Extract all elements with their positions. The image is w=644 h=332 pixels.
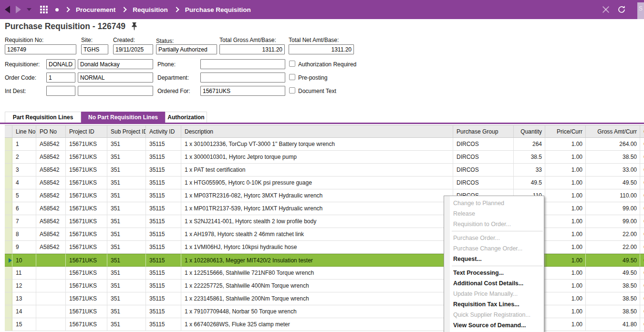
cell-gross_amt_curr[interactable]: 22.00 bbox=[586, 228, 640, 241]
cell-description[interactable]: 1 x PAT test certification bbox=[181, 164, 453, 176]
table-row[interactable]: 5A5854215671UKS351351151 x MP03TR2316-08… bbox=[5, 189, 644, 202]
cell-po_no[interactable]: A58542 bbox=[36, 215, 66, 228]
table-row[interactable]: 1515671UKS351351151 x 66740268WS, Fluke … bbox=[5, 318, 644, 331]
table-row[interactable]: 1415671UKS351351151 x 79107709448, Norba… bbox=[5, 305, 644, 318]
cell-line_no[interactable]: 8 bbox=[12, 228, 36, 241]
cell-gross_amt_curr[interactable]: 38.50 bbox=[586, 305, 640, 318]
cell-project_id[interactable]: 15671UKS bbox=[66, 138, 107, 151]
cell-curr[interactable]: GBP bbox=[640, 215, 644, 228]
cell-gross_amt_curr[interactable]: 41.80 bbox=[586, 318, 640, 331]
cell-activity_id[interactable]: 35115 bbox=[146, 305, 181, 318]
back-icon[interactable] bbox=[5, 6, 10, 13]
cell-price_curr[interactable]: 1.00 bbox=[545, 280, 586, 292]
table-row[interactable]: 1215671UKS351351151 x 222257725, Stahlwi… bbox=[5, 280, 644, 292]
cell-line_no[interactable]: 4 bbox=[12, 176, 36, 189]
cell-purchase_group[interactable]: DIRCOS bbox=[453, 176, 514, 189]
pre-posting-checkbox[interactable] bbox=[289, 74, 295, 80]
cell-line_no[interactable]: 13 bbox=[12, 292, 36, 305]
cell-curr[interactable]: GBP bbox=[640, 292, 644, 305]
cell-price_curr[interactable]: 1.00 bbox=[545, 215, 586, 228]
cell-description[interactable]: 1 x 79107709448, Norbar 50 Torque wrench bbox=[181, 305, 453, 318]
cell-activity_id[interactable]: 35115 bbox=[146, 189, 181, 202]
column-header-curr[interactable]: Curr bbox=[640, 125, 644, 138]
cell-gross_amt_curr[interactable]: 38.50 bbox=[586, 151, 640, 164]
cell-sub_project_id[interactable]: 351 bbox=[107, 318, 146, 331]
table-row[interactable]: 1115671UKS351351151 x 122515666, Stahlwi… bbox=[5, 267, 644, 280]
cell-sub_project_id[interactable]: 351 bbox=[107, 280, 146, 292]
cell-curr[interactable]: GBP bbox=[640, 267, 644, 280]
cell-price_curr[interactable]: 1.00 bbox=[545, 189, 586, 202]
row-gutter[interactable] bbox=[5, 292, 12, 305]
cell-po_no[interactable]: A58542 bbox=[36, 176, 66, 189]
cell-po_no[interactable] bbox=[36, 267, 66, 280]
cell-project_id[interactable]: 15671UKS bbox=[66, 228, 107, 241]
cell-price_curr[interactable]: 1.00 bbox=[545, 241, 586, 254]
cell-line_no[interactable]: 3 bbox=[12, 164, 36, 176]
cell-gross_amt_curr[interactable]: 38.50 bbox=[586, 292, 640, 305]
row-gutter[interactable] bbox=[5, 215, 12, 228]
cell-project_id[interactable]: 15671UKS bbox=[66, 202, 107, 215]
cell-quantity[interactable]: 264 bbox=[514, 138, 545, 151]
cell-description[interactable]: 1 x HTG055905, Hytorc 0-10K psi pressure… bbox=[181, 176, 453, 189]
table-row[interactable]: 3A5854215671UKS351351151 x PAT test cert… bbox=[5, 164, 644, 176]
row-gutter[interactable] bbox=[5, 241, 12, 254]
cell-gross_amt_curr[interactable]: 99.00 bbox=[586, 202, 640, 215]
table-row[interactable]: 7A5854215671UKS351351151 x S2NJ2141-001,… bbox=[5, 215, 644, 228]
table-row[interactable]: 6A5854215671UKS351351151 x MP01TR2137-53… bbox=[5, 202, 644, 215]
cell-price_curr[interactable]: 1.00 bbox=[545, 267, 586, 280]
ordered-for-input[interactable] bbox=[200, 86, 285, 96]
cell-sub_project_id[interactable]: 351 bbox=[107, 241, 146, 254]
column-header-po_no[interactable]: PO No bbox=[36, 125, 66, 138]
order-code-name-input[interactable] bbox=[78, 73, 153, 83]
cell-project_id[interactable]: 15671UKS bbox=[66, 254, 107, 267]
cell-gross_amt_curr[interactable]: 264.00 bbox=[586, 138, 640, 151]
cell-price_curr[interactable]: 1.00 bbox=[545, 202, 586, 215]
cell-line_no[interactable]: 15 bbox=[12, 318, 36, 331]
site-input[interactable] bbox=[81, 44, 108, 54]
cell-curr[interactable]: GBP bbox=[640, 241, 644, 254]
cell-activity_id[interactable]: 35115 bbox=[146, 318, 181, 331]
cell-price_curr[interactable]: 1.00 bbox=[545, 176, 586, 189]
cell-line_no[interactable]: 12 bbox=[12, 280, 36, 292]
row-gutter[interactable] bbox=[5, 189, 12, 202]
cell-description[interactable]: 1 x 222257725, Stahlwille 400Nm Torque w… bbox=[181, 280, 453, 292]
cell-purchase_group[interactable]: DIRCOS bbox=[453, 138, 514, 151]
table-row[interactable]: 1A5854215671UKS351351151 x 3010012336, T… bbox=[5, 138, 644, 151]
cell-curr[interactable]: GBP bbox=[640, 138, 644, 151]
document-text-checkbox[interactable] bbox=[289, 87, 295, 93]
cell-sub_project_id[interactable]: 351 bbox=[107, 215, 146, 228]
cell-po_no[interactable] bbox=[36, 318, 66, 331]
requisition-no-input[interactable] bbox=[5, 44, 76, 54]
column-header-sub_project_id[interactable]: Sub Project ID bbox=[107, 125, 146, 138]
row-gutter[interactable] bbox=[5, 228, 12, 241]
table-row[interactable]: 1315671UKS351351151 x 223145861, Stahlwi… bbox=[5, 292, 644, 305]
close-icon[interactable] bbox=[602, 6, 610, 13]
breadcrumb-requisition[interactable]: Requisition bbox=[133, 6, 168, 13]
row-gutter[interactable] bbox=[5, 267, 12, 280]
cell-po_no[interactable]: A58542 bbox=[36, 202, 66, 215]
cell-gross_amt_curr[interactable]: 33.00 bbox=[586, 164, 640, 176]
int-dest-code-input[interactable] bbox=[46, 86, 75, 96]
cell-activity_id[interactable]: 35115 bbox=[146, 280, 181, 292]
cell-description[interactable]: 1 x 3000010301, Hytorc Jetpro torque pum… bbox=[181, 151, 453, 164]
cell-line_no[interactable]: 11 bbox=[12, 267, 36, 280]
menu-item[interactable]: Text Processing... bbox=[444, 268, 544, 278]
cell-description[interactable]: 1 x 3010012336, TorCup VT-3000 1" Batter… bbox=[181, 138, 453, 151]
cell-sub_project_id[interactable]: 351 bbox=[107, 202, 146, 215]
cell-price_curr[interactable]: 1.00 bbox=[545, 228, 586, 241]
cell-activity_id[interactable]: 35115 bbox=[146, 202, 181, 215]
cell-po_no[interactable] bbox=[36, 305, 66, 318]
cell-price_curr[interactable]: 1.00 bbox=[545, 318, 586, 331]
cell-line_no[interactable]: 1 bbox=[12, 138, 36, 151]
cell-project_id[interactable]: 15671UKS bbox=[66, 318, 107, 331]
pin-icon[interactable] bbox=[131, 22, 137, 31]
cell-project_id[interactable]: 15671UKS bbox=[66, 267, 107, 280]
status-input[interactable] bbox=[156, 44, 217, 54]
total-net-input[interactable] bbox=[289, 44, 354, 54]
cell-curr[interactable]: GBP bbox=[640, 164, 644, 176]
history-dropdown-icon[interactable] bbox=[27, 8, 31, 11]
cell-line_no[interactable]: 6 bbox=[12, 202, 36, 215]
tab-no-part-requisition-lines[interactable]: No Part Requisition Lines bbox=[81, 112, 165, 123]
cell-project_id[interactable]: 15671UKS bbox=[66, 280, 107, 292]
cell-project_id[interactable]: 15671UKS bbox=[66, 164, 107, 176]
